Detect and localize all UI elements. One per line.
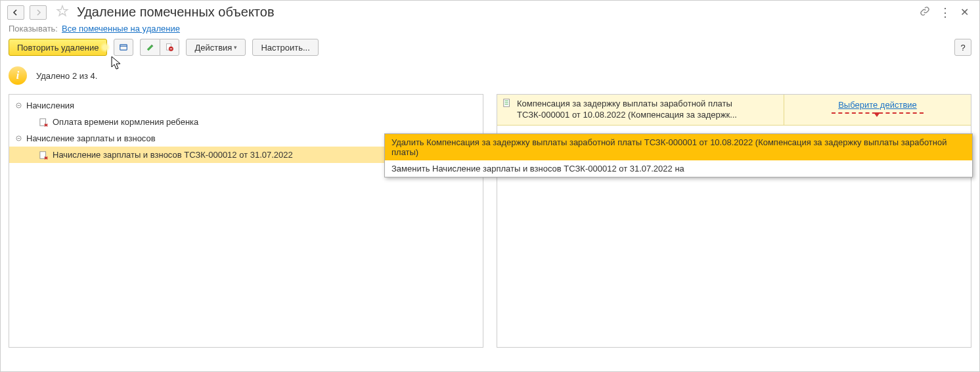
page-title: Удаление помеченных объектов	[77, 5, 275, 20]
collapse-icon[interactable]	[14, 135, 22, 143]
tree-label: Начисление зарплаты и взносов ТСЗК-00001…	[53, 150, 293, 160]
actions-button[interactable]: Действия	[186, 39, 246, 56]
tree-label: Начисление зарплаты и взносов	[26, 133, 156, 143]
menu-item-replace[interactable]: Заменить Начисление зарплаты и взносов Т…	[385, 160, 972, 177]
close-icon[interactable]: ✕	[960, 6, 969, 18]
filter-link[interactable]: Все помеченные на удаление	[62, 24, 180, 34]
compensation-line2: ТСЗК-000001 от 10.08.2022 (Компенсация з…	[517, 110, 737, 121]
settings-button[interactable]: Настроить...	[252, 39, 318, 56]
menu-item-delete[interactable]: Удалить Компенсация за задержку выплаты …	[385, 134, 972, 160]
forward-button[interactable]	[30, 5, 47, 20]
tree-label: Оплата времени кормления ребенка	[53, 117, 198, 127]
help-button[interactable]: ?	[954, 39, 971, 56]
delete-mark-button[interactable]	[160, 39, 179, 56]
arrow-indicator-icon	[832, 111, 924, 119]
refresh-button[interactable]	[114, 39, 133, 56]
status-text: Удалено 2 из 4.	[36, 71, 97, 81]
svg-rect-0	[120, 45, 127, 50]
tree-item[interactable]: Оплата времени кормления ребенка	[9, 114, 483, 130]
link-icon[interactable]	[920, 6, 930, 18]
tree-group[interactable]: Начисления	[9, 97, 483, 114]
info-icon: i	[9, 66, 27, 85]
right-panel: Компенсация за задержку выплаты заработн…	[497, 94, 971, 348]
doc-icon	[502, 99, 512, 108]
favorite-star-icon[interactable]	[56, 5, 69, 20]
tree-label: Начисления	[26, 101, 74, 110]
filter-label: Показывать:	[9, 24, 58, 34]
doc-error-icon	[39, 118, 49, 127]
back-button[interactable]	[7, 5, 24, 20]
repeat-delete-button[interactable]: Повторить удаление	[9, 39, 107, 56]
left-panel: Начисления Оплата времени кормления ребе…	[9, 94, 483, 348]
collapse-icon[interactable]	[14, 102, 22, 110]
compensation-line1: Компенсация за задержку выплаты заработн…	[517, 99, 737, 110]
edit-button[interactable]	[140, 39, 160, 56]
choose-action-link[interactable]: Выберите действие	[838, 100, 917, 110]
context-menu: Удалить Компенсация за задержку выплаты …	[384, 133, 973, 177]
more-icon[interactable]: ⋮	[939, 7, 951, 18]
doc-error-icon	[39, 151, 49, 160]
